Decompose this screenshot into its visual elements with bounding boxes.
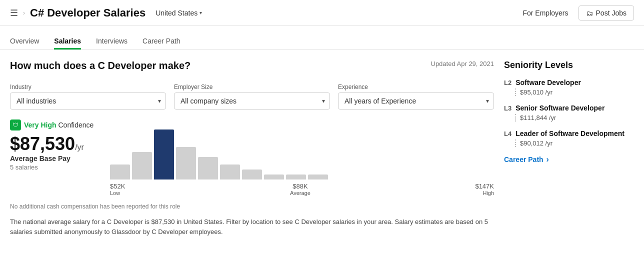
chart-high: $147K High (475, 182, 494, 196)
page-title: C# Developer Salaries (30, 6, 146, 20)
chart-bar-6 (242, 170, 262, 180)
chart-area: $52K Low $88K Average $147K High (110, 120, 494, 196)
hamburger-icon[interactable]: ☰ (10, 8, 18, 18)
breadcrumb-arrow: › (23, 10, 25, 16)
tab-interviews[interactable]: Interviews (96, 26, 128, 50)
briefcase-icon: 🗂 (586, 9, 593, 17)
tab-career-path[interactable]: Career Path (142, 26, 180, 50)
level-salary-l3: $111,844 /yr (515, 114, 634, 122)
header: ☰ › C# Developer Salaries United States … (0, 0, 644, 26)
chart-bar-3 (176, 147, 196, 180)
chart-low-value: $52K (110, 182, 125, 190)
seniority-item-l4: L4 Leader of Software Development $90,01… (504, 130, 634, 147)
chart-bar-4 (198, 157, 218, 180)
avg-base-pay-label: Average Base Pay (10, 154, 100, 162)
seniority-row-l3: L3 Senior Software Developer (504, 104, 634, 112)
tabs-nav: Overview Salaries Interviews Career Path (0, 26, 644, 50)
employer-size-filter: Employer Size All company sizes ▾ (174, 84, 330, 110)
employer-size-label: Employer Size (174, 84, 330, 90)
experience-filter: Experience All years of Experience ▾ (338, 84, 494, 110)
experience-select-wrapper: All years of Experience ▾ (338, 92, 494, 110)
chart-bar-9 (308, 174, 328, 180)
career-path-link[interactable]: Career Path › (504, 155, 634, 164)
employer-size-select-wrapper: All company sizes ▾ (174, 92, 330, 110)
header-right: For Employers 🗂 Post Jobs (522, 6, 634, 20)
seniority-item-l3: L3 Senior Software Developer $111,844 /y… (504, 104, 634, 122)
confidence-row: 🛡 Very High Confidence (10, 120, 100, 130)
employer-size-select[interactable]: All company sizes (174, 92, 330, 110)
industry-select[interactable]: All industries (10, 92, 166, 110)
tab-overview[interactable]: Overview (10, 26, 39, 50)
chart-high-desc: High (475, 190, 494, 196)
description-text: The national average salary for a C Deve… (10, 217, 494, 236)
shield-icon: 🛡 (10, 120, 21, 130)
right-panel: Seniority Levels L2 Software Developer $… (504, 60, 634, 236)
chart-bar-5 (220, 164, 240, 180)
tab-salaries[interactable]: Salaries (54, 26, 81, 50)
bar-chart (110, 120, 494, 180)
level-title-l2: Software Developer (516, 78, 581, 86)
level-badge-l2: L2 (504, 79, 512, 86)
level-title-l3: Senior Software Developer (516, 104, 604, 112)
main-content: How much does a C Developer make? Update… (0, 50, 644, 246)
industry-label: Industry (10, 84, 166, 90)
level-badge-l4: L4 (504, 130, 512, 138)
salary-per: /yr (75, 143, 84, 152)
arrow-right-icon: › (546, 155, 549, 164)
industry-filter: Industry All industries ▾ (10, 84, 166, 110)
filters-row: Industry All industries ▾ Employer Size … (10, 84, 494, 110)
post-jobs-label: Post Jobs (596, 9, 626, 17)
seniority-row-l2: L2 Software Developer (504, 78, 634, 86)
update-date: Updated Apr 29, 2021 (431, 60, 494, 68)
experience-select[interactable]: All years of Experience (338, 92, 494, 110)
post-jobs-button[interactable]: 🗂 Post Jobs (578, 6, 634, 20)
salary-count: 5 salaries (10, 164, 100, 171)
industry-select-wrapper: All industries ▾ (10, 92, 166, 110)
chart-avg-value: $88K (290, 182, 310, 190)
chart-low-desc: Low (110, 190, 125, 196)
confidence-text: Very High Confidence (24, 121, 94, 129)
level-title-l4: Leader of Software Development (516, 130, 624, 138)
no-cash-text: No additional cash compensation has been… (10, 203, 494, 210)
chart-bar-1 (132, 152, 152, 180)
chart-avg: $88K Average (290, 182, 310, 196)
seniority-item-l2: L2 Software Developer $95,010 /yr (504, 78, 634, 96)
chart-bar-7 (264, 174, 284, 180)
chart-low: $52K Low (110, 182, 125, 196)
experience-label: Experience (338, 84, 494, 90)
chart-bar-0 (110, 164, 130, 180)
chart-high-value: $147K (475, 182, 494, 190)
salary-info: 🛡 Very High Confidence $87,530/yr Averag… (10, 120, 100, 177)
chart-bar-2 (154, 130, 174, 180)
chart-bar-8 (286, 174, 306, 180)
chart-wrapper: 🛡 Very High Confidence $87,530/yr Averag… (10, 120, 494, 196)
chart-labels: $52K Low $88K Average $147K High (110, 182, 494, 196)
level-salary-l2: $95,010 /yr (515, 88, 634, 96)
for-employers-link[interactable]: For Employers (522, 9, 568, 17)
seniority-title: Seniority Levels (504, 60, 634, 70)
chart-avg-desc: Average (290, 190, 310, 196)
location-chevron-icon: ▾ (200, 10, 202, 16)
location-selector[interactable]: United States ▾ (156, 9, 202, 17)
salary-amount: $87,530 (10, 134, 75, 154)
career-path-label: Career Path (504, 156, 544, 164)
level-salary-l4: $90,012 /yr (515, 140, 634, 147)
salary-display: $87,530/yr (10, 134, 100, 154)
location-label: United States (156, 9, 198, 17)
level-badge-l3: L3 (504, 104, 512, 112)
seniority-row-l4: L4 Leader of Software Development (504, 130, 634, 138)
section-heading: How much does a C Developer make? (10, 60, 190, 72)
left-panel: How much does a C Developer make? Update… (10, 60, 494, 236)
title-row: How much does a C Developer make? Update… (10, 60, 494, 76)
header-left: ☰ › C# Developer Salaries United States … (10, 6, 522, 20)
